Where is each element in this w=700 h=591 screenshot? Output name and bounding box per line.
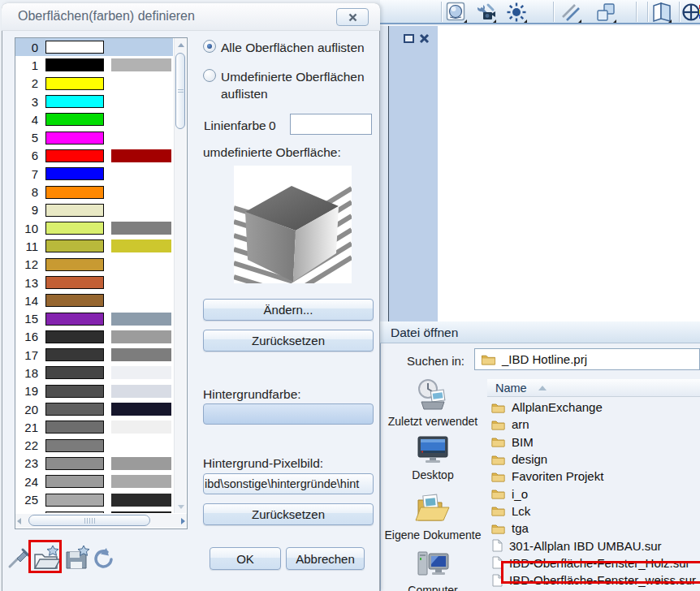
location-dropdown[interactable]: _IBD Hotline.prj xyxy=(474,348,700,370)
color-row[interactable]: 3 xyxy=(15,93,173,110)
color-swatch-primary[interactable] xyxy=(45,58,104,71)
scroll-left-button[interactable] xyxy=(17,518,21,524)
color-row[interactable]: 24 xyxy=(15,472,173,490)
sun-icon[interactable] xyxy=(506,2,527,23)
render-sphere-icon[interactable] xyxy=(446,2,467,23)
color-swatch-primary[interactable] xyxy=(45,95,104,108)
color-row[interactable]: 17 xyxy=(15,346,173,364)
file-row[interactable]: AllplanExchange xyxy=(487,399,700,416)
color-swatch-primary[interactable] xyxy=(45,457,104,470)
diagonal-line-icon[interactable] xyxy=(560,2,581,23)
crosshair-colors-icon[interactable] xyxy=(682,2,700,23)
color-row[interactable]: 0 xyxy=(15,38,173,56)
scroll-down-button[interactable] xyxy=(175,500,187,513)
save-star-icon[interactable] xyxy=(63,544,91,575)
file-row[interactable]: design xyxy=(487,451,700,468)
pipette-icon[interactable] xyxy=(6,544,31,573)
color-row[interactable]: 20 xyxy=(15,400,173,418)
color-swatch-primary[interactable] xyxy=(45,276,104,289)
zuruecksetzen-pixelbild-button[interactable]: Zurücksetzen xyxy=(203,503,374,525)
undo-icon[interactable] xyxy=(91,547,115,575)
color-row[interactable]: 7 xyxy=(15,165,173,183)
color-swatch-primary[interactable] xyxy=(45,113,104,126)
place-eigene-dokumente[interactable]: Eigene Dokumente xyxy=(380,492,486,541)
color-row[interactable]: 6 xyxy=(15,147,173,165)
color-swatch-secondary[interactable] xyxy=(111,403,171,416)
color-swatch-primary[interactable] xyxy=(45,494,104,507)
color-row[interactable]: 18 xyxy=(15,364,173,382)
color-swatch-secondary[interactable] xyxy=(111,494,171,507)
radio-all-surfaces[interactable] xyxy=(203,40,216,53)
file-list-header[interactable]: Name xyxy=(487,379,700,397)
scrollbar-thumb[interactable] xyxy=(175,53,185,129)
color-swatch-primary[interactable] xyxy=(45,149,104,162)
file-row[interactable]: 301-Allplan IBD UMBAU.sur xyxy=(487,537,700,554)
color-row[interactable]: 21 xyxy=(15,418,173,436)
color-swatch-primary[interactable] xyxy=(45,313,104,326)
color-swatch-primary[interactable] xyxy=(45,439,104,452)
color-row[interactable]: 2 xyxy=(15,75,173,93)
color-swatch-primary[interactable] xyxy=(45,132,104,145)
abbrechen-button[interactable]: Abbrechen xyxy=(286,547,365,570)
color-row[interactable]: 11 xyxy=(15,237,173,255)
color-swatch-secondary[interactable] xyxy=(111,239,171,252)
camera-tools-icon[interactable] xyxy=(475,2,496,23)
scrollbar-thumb[interactable] xyxy=(28,515,150,526)
color-row[interactable]: 14 xyxy=(15,291,173,309)
color-swatch-primary[interactable] xyxy=(45,258,104,271)
book-panels-icon[interactable] xyxy=(650,2,672,23)
color-row[interactable]: 4 xyxy=(15,110,173,128)
file-row[interactable]: Lck xyxy=(487,503,700,520)
place-computer[interactable]: Computer xyxy=(380,549,486,591)
color-swatch-primary[interactable] xyxy=(45,41,104,54)
horizontal-scrollbar[interactable] xyxy=(15,514,187,528)
scroll-right-button[interactable] xyxy=(181,518,185,524)
color-row[interactable]: 19 xyxy=(15,382,173,400)
linienfarbe-input[interactable] xyxy=(290,114,372,135)
color-swatch-primary[interactable] xyxy=(45,403,104,416)
color-swatch-secondary[interactable] xyxy=(111,366,171,379)
close-icon[interactable] xyxy=(419,33,430,44)
place-desktop[interactable]: Desktop xyxy=(380,435,486,481)
color-row[interactable]: 12 xyxy=(15,256,173,274)
hintergrund-pixelbild-field[interactable]: ibd\sonstige\hintergründe\hint xyxy=(203,473,374,494)
color-swatch-secondary[interactable] xyxy=(111,457,171,470)
place-zuletzt-verwendet[interactable]: Zuletzt verwendet xyxy=(380,378,486,428)
color-row[interactable]: 10 xyxy=(15,219,173,237)
aendern-button[interactable]: Ändern... xyxy=(203,299,374,321)
color-row[interactable]: 22 xyxy=(15,437,173,455)
color-swatch-primary[interactable] xyxy=(45,421,104,434)
overlap-squares-icon[interactable] xyxy=(595,2,616,23)
color-swatch-primary[interactable] xyxy=(45,239,104,252)
scroll-up-button[interactable] xyxy=(175,38,187,51)
drawing-canvas[interactable] xyxy=(438,26,700,321)
color-swatch-secondary[interactable] xyxy=(111,385,171,398)
restore-icon[interactable] xyxy=(404,34,414,43)
color-row[interactable]: 16 xyxy=(15,328,173,346)
color-swatch-primary[interactable] xyxy=(45,475,104,488)
color-swatch-primary[interactable] xyxy=(45,330,104,343)
color-swatch-secondary[interactable] xyxy=(111,511,171,513)
color-swatch-primary[interactable] xyxy=(45,77,104,90)
color-swatch-primary[interactable] xyxy=(45,348,104,361)
color-row[interactable]: 25 xyxy=(15,490,173,508)
color-swatch-secondary[interactable] xyxy=(111,313,171,326)
color-swatch-primary[interactable] xyxy=(45,186,104,199)
color-row[interactable]: 23 xyxy=(15,455,173,472)
color-row[interactable]: 5 xyxy=(15,128,173,146)
color-swatch-secondary[interactable] xyxy=(111,475,171,488)
file-row[interactable]: Favoriten Projekt xyxy=(487,468,700,485)
color-row[interactable]: 26 xyxy=(15,509,173,513)
name-column-header[interactable]: Name xyxy=(495,382,527,395)
color-row[interactable]: 13 xyxy=(15,274,173,291)
hintergrundfarbe-field[interactable] xyxy=(203,403,374,425)
color-row[interactable]: 1 xyxy=(15,56,173,74)
file-row[interactable]: arn xyxy=(487,416,700,433)
color-swatch-secondary[interactable] xyxy=(111,330,171,343)
file-row[interactable]: i_o xyxy=(487,485,700,502)
color-swatch-secondary[interactable] xyxy=(111,348,171,361)
close-button[interactable] xyxy=(336,8,369,26)
zuruecksetzen-button[interactable]: Zurücksetzen xyxy=(203,330,374,352)
file-row[interactable]: tga xyxy=(487,520,700,537)
color-swatch-secondary[interactable] xyxy=(111,222,171,235)
